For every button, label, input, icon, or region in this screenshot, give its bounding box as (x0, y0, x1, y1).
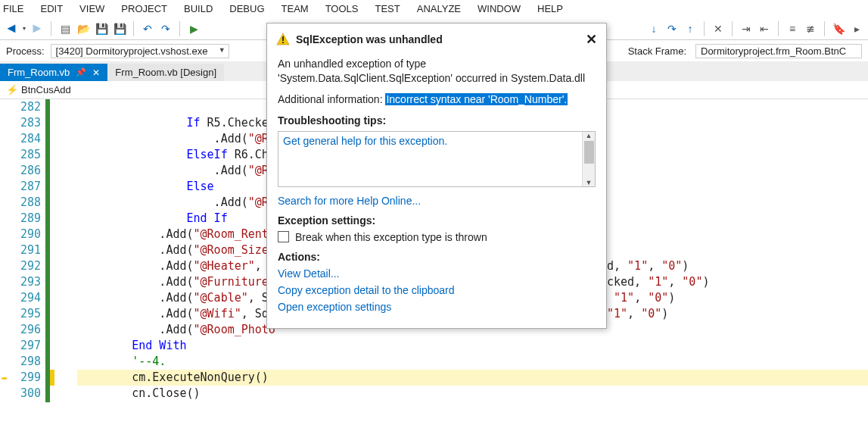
copy-detail-link[interactable]: Copy exception detail to the clipboard (278, 284, 596, 296)
menu-analyze[interactable]: ANALYZE (417, 3, 461, 14)
tips-heading: Troubleshooting tips: (278, 114, 596, 127)
menu-team[interactable]: TEAM (282, 3, 309, 14)
nav-back-icon[interactable]: ◄ (5, 22, 18, 36)
view-detail-link[interactable]: View Detail... (278, 267, 596, 280)
undo-icon[interactable]: ↶ (141, 22, 154, 36)
step-over-icon[interactable]: ↷ (665, 22, 679, 36)
checkbox-label: Break when this exception type is thrown (295, 231, 487, 243)
menu-build[interactable]: BUILD (184, 3, 213, 14)
new-item-icon[interactable]: ▤ (58, 22, 72, 36)
nav-back-dd[interactable]: ▾ (23, 25, 26, 32)
menu-project[interactable]: PROJECT (121, 3, 167, 14)
change-marker-yellow (50, 99, 54, 402)
bookmark-nav-icon[interactable]: ▸ (850, 22, 863, 36)
chevron-down-icon: ▼ (219, 46, 226, 54)
popup-title: SqlException was unhandled (296, 33, 580, 45)
scroll-thumb[interactable] (584, 141, 594, 164)
additional-info: Additional information: Incorrect syntax… (278, 93, 596, 105)
exception-message: An unhandled exception of type 'System.D… (278, 57, 596, 86)
stackframe-dropdown[interactable]: Dormitoryproject.frm_Room.BtnC (695, 44, 862, 58)
menu-tools[interactable]: TOOLS (325, 3, 359, 14)
svg-rect-2 (282, 42, 284, 43)
pin-icon[interactable]: 📌 (76, 67, 86, 77)
popup-header: SqlException was unhandled ✕ (267, 23, 606, 55)
menu-debug[interactable]: DEBUG (229, 3, 264, 14)
menu-file[interactable]: FILE (3, 3, 23, 14)
process-label: Process: (6, 45, 45, 57)
menu-test[interactable]: TEST (375, 3, 400, 14)
exception-popup: SqlException was unhandled ✕ An unhandle… (266, 23, 607, 329)
exception-settings-heading: Exception settings: (278, 214, 596, 227)
outline-margin[interactable] (54, 99, 77, 402)
menu-help[interactable]: HELP (537, 3, 563, 14)
indent-icon[interactable]: ⇥ (739, 22, 753, 36)
current-line-arrow-icon: ➨ (2, 372, 8, 384)
open-settings-link[interactable]: Open exception settings (278, 301, 596, 313)
tip-general-help-link[interactable]: Get general help for this exception. (283, 135, 447, 147)
member-dropdown[interactable]: ⚡ BtnCusAdd (6, 84, 71, 95)
menu-view[interactable]: VIEW (79, 3, 104, 14)
actions-heading: Actions: (278, 251, 596, 263)
continue-icon[interactable]: ▶ (187, 22, 201, 36)
checkbox-icon[interactable] (278, 231, 289, 242)
tab-frm-room-design[interactable]: Frm_Room.vb [Design] (107, 64, 224, 81)
msg-line: 'System.Data.SqlClient.SqlException' occ… (278, 72, 585, 84)
step-out-icon[interactable]: ↑ (683, 22, 697, 36)
scrollbar[interactable]: ▲ ▼ (582, 132, 595, 186)
comment-icon[interactable]: ≡ (786, 22, 799, 36)
process-value: [3420] Dormitoryproject.vshost.exe (56, 45, 208, 57)
tab-label: Frm_Room.vb (8, 67, 70, 78)
tab-label: Frm_Room.vb [Design] (115, 67, 216, 78)
actions-list: View Detail... Copy exception detail to … (278, 267, 596, 313)
scroll-down-icon[interactable]: ▼ (586, 179, 593, 186)
nav-forward-icon[interactable]: ► (30, 22, 44, 36)
addl-selected-text[interactable]: Incorrect syntax near 'Room_Number'. (385, 93, 568, 105)
open-file-icon[interactable]: 📂 (76, 22, 90, 36)
search-online-link[interactable]: Search for more Help Online... (278, 195, 596, 207)
stackframe-value: Dormitoryproject.frm_Room.BtnC (701, 45, 846, 57)
tips-listbox[interactable]: Get general help for this exception. ▲ ▼ (278, 131, 596, 187)
menu-edit[interactable]: EDIT (40, 3, 63, 14)
scroll-up-icon[interactable]: ▲ (586, 132, 593, 139)
tool-icon[interactable]: ✕ (711, 22, 725, 36)
bookmark-icon[interactable]: 🔖 (832, 22, 845, 36)
main-menu: FILE EDIT VIEW PROJECT BUILD DEBUG TEAM … (0, 0, 868, 17)
close-icon[interactable]: ✕ (586, 31, 597, 48)
popup-body: An unhandled exception of type 'System.D… (267, 55, 606, 328)
break-on-throw-checkbox[interactable]: Break when this exception type is thrown (278, 231, 596, 243)
save-icon[interactable]: 💾 (95, 22, 108, 36)
addl-label: Additional information: (278, 93, 385, 105)
stackframe-label: Stack Frame: (628, 45, 686, 57)
warning-icon (276, 33, 290, 46)
tab-frm-room-code[interactable]: Frm_Room.vb 📌 ✕ (0, 64, 107, 81)
msg-line: An unhandled exception of type (278, 58, 426, 70)
process-dropdown[interactable]: [3420] Dormitoryproject.vshost.exe ▼ (51, 44, 229, 58)
lightning-icon: ⚡ (6, 84, 18, 95)
breakpoint-gutter[interactable]: ➨ (0, 99, 15, 402)
line-numbers: 2822832842852862872882892902912922932942… (15, 99, 45, 402)
redo-icon[interactable]: ↷ (159, 22, 173, 36)
svg-rect-1 (282, 36, 284, 41)
member-name: BtnCusAdd (21, 84, 71, 95)
uncomment-icon[interactable]: ≢ (804, 22, 817, 36)
close-icon[interactable]: ✕ (92, 67, 100, 78)
menu-window[interactable]: WINDOW (478, 3, 521, 14)
outdent-icon[interactable]: ⇤ (758, 22, 771, 36)
save-all-icon[interactable]: 💾 (113, 22, 126, 36)
step-into-icon[interactable]: ↓ (647, 22, 661, 36)
